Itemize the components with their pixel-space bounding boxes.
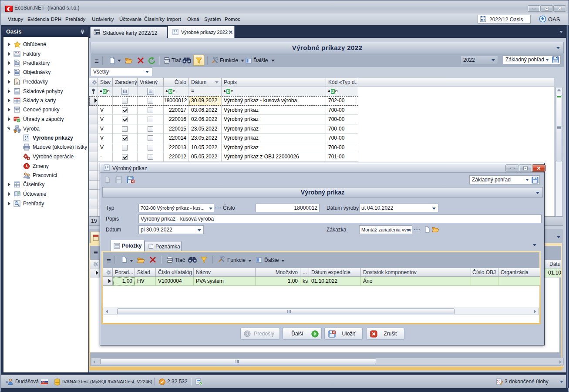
svg-text:S: S xyxy=(97,32,99,35)
svg-text:#: # xyxy=(18,191,20,195)
svg-text:77: 77 xyxy=(15,109,19,112)
svg-text:70: 70 xyxy=(16,83,18,85)
